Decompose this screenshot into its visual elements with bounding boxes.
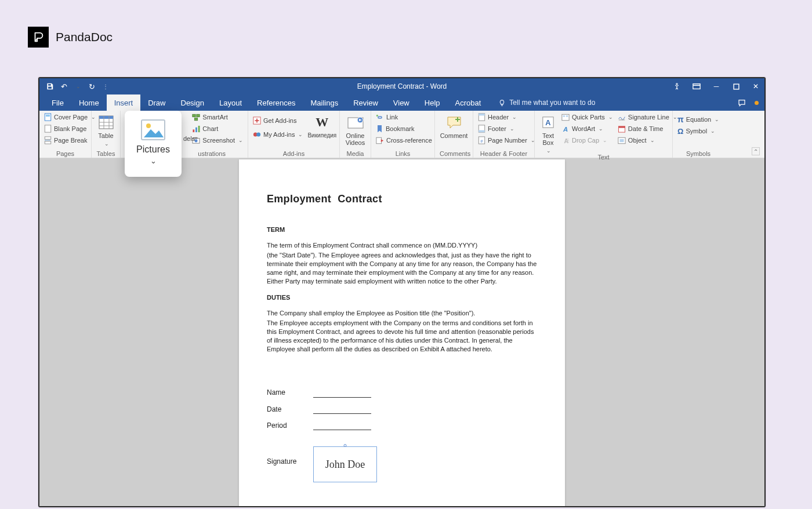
blank-page-button[interactable]: Blank Page bbox=[44, 123, 96, 134]
header-button[interactable]: Header bbox=[478, 112, 535, 122]
brand-logo: PandaDoc bbox=[28, 27, 113, 48]
text-box-button[interactable]: A Text Box bbox=[539, 112, 557, 154]
svg-rect-15 bbox=[198, 125, 200, 132]
get-addins-button[interactable]: Get Add-ins bbox=[253, 115, 303, 126]
duties-line: The Company shall employ the Employee as… bbox=[267, 309, 537, 318]
field-date-line[interactable] bbox=[313, 406, 371, 414]
tab-home[interactable]: Home bbox=[71, 94, 107, 111]
pi-icon: π bbox=[677, 115, 684, 124]
section-duties-heading: DUTIES bbox=[267, 293, 537, 302]
equation-button[interactable]: π Equation bbox=[677, 114, 719, 125]
object-button[interactable]: Object bbox=[618, 135, 677, 146]
svg-rect-34 bbox=[562, 114, 569, 121]
tab-view[interactable]: View bbox=[386, 94, 417, 111]
svg-rect-1 bbox=[693, 84, 700, 89]
svg-rect-14 bbox=[195, 127, 197, 132]
qat-customize-icon[interactable]: ⋮ bbox=[101, 82, 110, 91]
page-number-button[interactable]: # Page Number bbox=[478, 135, 535, 146]
svg-rect-29 bbox=[478, 130, 485, 133]
accessibility-icon[interactable] bbox=[672, 81, 682, 92]
document-page: Employment Contract TERM The term of thi… bbox=[239, 159, 565, 506]
chart-button[interactable]: Chart bbox=[192, 123, 243, 134]
notification-dot-icon[interactable] bbox=[755, 101, 759, 105]
word-app-window: ↶ ↻ ⋮ Employment Contract - Word ─ ✕ Fil… bbox=[38, 77, 766, 507]
svg-rect-5 bbox=[45, 125, 51, 132]
tab-design[interactable]: Design bbox=[173, 94, 212, 111]
tab-help[interactable]: Help bbox=[417, 94, 448, 111]
tell-me-search[interactable]: Tell me what you want to do bbox=[498, 99, 595, 107]
svg-rect-11 bbox=[197, 114, 200, 117]
close-button[interactable]: ✕ bbox=[751, 81, 761, 92]
ribbon-group-media: Online Videos Media bbox=[340, 111, 371, 158]
window-title: Employment Contract - Word bbox=[357, 82, 447, 90]
document-canvas[interactable]: Employment Contract TERM The term of thi… bbox=[39, 158, 764, 506]
tell-me-label: Tell me what you want to do bbox=[509, 99, 595, 107]
footer-button[interactable]: Footer bbox=[478, 123, 535, 134]
tab-acrobat[interactable]: Acrobat bbox=[448, 94, 489, 111]
wordart-button[interactable]: A WordArt bbox=[561, 123, 613, 134]
crossref-button[interactable]: Cross-reference bbox=[376, 135, 432, 146]
video-icon bbox=[347, 114, 364, 130]
save-icon[interactable] bbox=[45, 82, 55, 91]
screenshot-button[interactable]: Screenshot bbox=[192, 135, 243, 146]
date-time-button[interactable]: Date & Time bbox=[618, 123, 677, 134]
brand-logo-icon bbox=[28, 27, 49, 48]
ribbon-display-icon[interactable] bbox=[691, 81, 702, 92]
tab-mailings[interactable]: Mailings bbox=[303, 94, 346, 111]
svg-point-0 bbox=[676, 83, 677, 85]
smartart-button[interactable]: SmartArt bbox=[192, 112, 243, 122]
field-name-line[interactable] bbox=[313, 390, 371, 398]
undo-icon[interactable]: ↶ bbox=[59, 82, 68, 91]
field-date-row: Date bbox=[267, 405, 537, 414]
term-body: (the "Start Date"). The Employee agrees … bbox=[267, 251, 537, 285]
drop-cap-button[interactable]: A Drop Cap bbox=[561, 135, 613, 146]
tab-insert[interactable]: Insert bbox=[107, 94, 141, 111]
comment-icon bbox=[445, 114, 463, 130]
svg-point-21 bbox=[256, 133, 260, 137]
svg-rect-13 bbox=[193, 129, 195, 132]
tab-file[interactable]: File bbox=[44, 94, 71, 111]
link-button[interactable]: Link bbox=[376, 112, 432, 122]
table-button[interactable]: Table bbox=[97, 112, 115, 147]
svg-text:A: A bbox=[545, 118, 550, 127]
svg-rect-9 bbox=[99, 116, 113, 119]
page-break-button[interactable]: Page Break bbox=[44, 135, 96, 146]
cover-page-button[interactable]: Cover Page bbox=[44, 112, 96, 122]
comments-icon[interactable] bbox=[737, 99, 746, 107]
svg-point-44 bbox=[146, 123, 151, 128]
tab-draw[interactable]: Draw bbox=[140, 94, 173, 111]
tab-review[interactable]: Review bbox=[346, 94, 386, 111]
pictures-dropdown[interactable]: Pictures ⌄ bbox=[125, 111, 182, 177]
doc-title: Employment Contract bbox=[267, 192, 537, 206]
redo-icon[interactable]: ↻ bbox=[87, 82, 96, 91]
bookmark-button[interactable]: Bookmark bbox=[376, 123, 432, 134]
comment-button[interactable]: Comment bbox=[440, 112, 468, 139]
svg-text:A: A bbox=[563, 125, 568, 132]
tab-layout[interactable]: Layout bbox=[212, 94, 249, 111]
svg-rect-36 bbox=[566, 115, 568, 117]
ribbon-group-addins: Get Add-ins My Add-ins W Википедия Add-i… bbox=[248, 111, 340, 158]
online-videos-button[interactable]: Online Videos bbox=[346, 112, 365, 146]
svg-rect-27 bbox=[478, 114, 485, 116]
undo-menu-icon[interactable] bbox=[73, 82, 82, 91]
collapse-ribbon-button[interactable]: ⌃ bbox=[752, 147, 760, 155]
svg-point-24 bbox=[376, 114, 378, 116]
quick-parts-button[interactable]: Quick Parts bbox=[561, 112, 613, 122]
my-addins-button[interactable]: My Add-ins bbox=[253, 129, 303, 140]
symbol-button[interactable]: Ω Symbol bbox=[677, 126, 719, 136]
signature-image-box[interactable]: John Doe bbox=[313, 446, 377, 482]
svg-rect-10 bbox=[193, 114, 195, 117]
svg-rect-6 bbox=[45, 137, 51, 139]
selection-handle-icon[interactable] bbox=[344, 444, 347, 447]
wikipedia-button[interactable]: W Википедия bbox=[307, 112, 336, 139]
ribbon-group-links: Link Bookmark Cross-reference Links bbox=[371, 111, 435, 158]
chevron-down-icon: ⌄ bbox=[150, 157, 157, 165]
minimize-button[interactable]: ─ bbox=[711, 81, 722, 92]
textbox-icon: A bbox=[539, 114, 557, 130]
field-period-line[interactable] bbox=[313, 422, 371, 430]
signature-line-button[interactable]: Signature Line bbox=[618, 112, 677, 122]
svg-rect-40 bbox=[618, 126, 625, 128]
maximize-button[interactable] bbox=[731, 81, 741, 92]
ribbon-group-comments: Comment Comments bbox=[435, 111, 473, 158]
tab-references[interactable]: References bbox=[249, 94, 303, 111]
